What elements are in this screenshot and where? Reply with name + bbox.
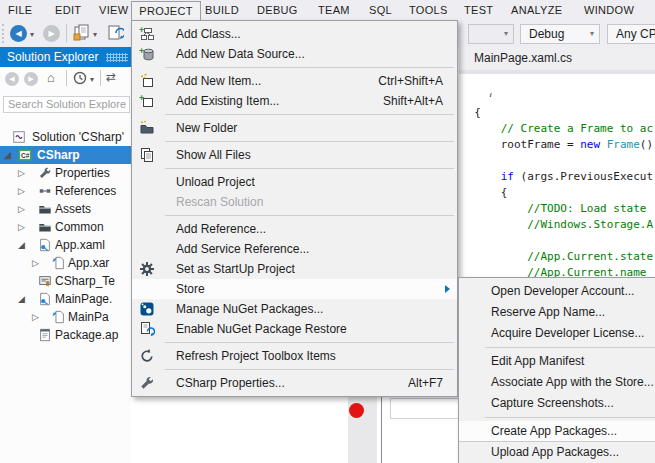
menu-item-label: CSharp Properties... xyxy=(176,373,285,393)
expand-arrow-icon[interactable]: ▷ xyxy=(32,308,39,326)
svg-text:C#: C# xyxy=(21,152,30,159)
menu-item-create-app-packages[interactable]: Create App Packages... xyxy=(459,421,655,442)
menubar-item-test[interactable]: TEST xyxy=(458,0,499,20)
search-solution-explorer-input[interactable] xyxy=(3,96,130,113)
menu-item-refresh-project-toolbox-items[interactable]: Refresh Project Toolbox Items xyxy=(132,346,457,366)
toolbar-divider xyxy=(66,24,67,42)
menu-item-label: Open Developer Account... xyxy=(491,281,634,302)
menu-item-label: Edit App Manifest xyxy=(491,351,584,372)
new-project-button[interactable] xyxy=(73,24,90,46)
menubar-item-sql[interactable]: SQL xyxy=(363,0,398,20)
open-file-icon xyxy=(106,24,124,42)
code-file-icon xyxy=(52,256,66,270)
menu-item-edit-app-manifest[interactable]: Edit App Manifest xyxy=(459,351,655,372)
menu-item-csharp-properties[interactable]: CSharp Properties...Alt+F7 xyxy=(132,373,457,393)
breakpoint-indicator[interactable] xyxy=(349,403,364,418)
menubar-item-analyze[interactable]: ANALYZE xyxy=(505,0,568,20)
submenu-arrow-icon xyxy=(445,285,450,293)
menu-item-capture-screenshots[interactable]: Capture Screenshots... xyxy=(459,393,655,414)
tab-mainpage-xaml-cs[interactable]: MainPage.xaml.cs xyxy=(462,47,584,70)
project-menu-dropdown: +Add Class...+Add New Data Source...Add … xyxy=(131,20,458,397)
open-file-button[interactable] xyxy=(106,24,124,46)
menu-item-reserve-app-name[interactable]: Reserve App Name... xyxy=(459,302,655,323)
tree-item-mainpa[interactable]: ▷MainPa xyxy=(0,308,131,326)
toolbar-grip-handle[interactable] xyxy=(2,24,7,43)
menu-item-label: Associate App with the Store... xyxy=(491,372,654,393)
menu-separator xyxy=(132,64,457,71)
menu-item-store[interactable]: Store xyxy=(132,279,457,299)
menu-item-add-service-reference[interactable]: Add Service Reference... xyxy=(132,239,457,259)
tree-item-app-xar[interactable]: ▷App.xar xyxy=(0,254,131,272)
nuget-icon xyxy=(139,301,155,317)
collapse-arrow-icon[interactable]: ◢ xyxy=(18,290,25,308)
menubar-item-tools[interactable]: TOOLS xyxy=(403,0,454,20)
expand-arrow-icon[interactable]: ▷ xyxy=(32,254,39,272)
menu-item-upload-app-packages[interactable]: Upload App Packages... xyxy=(459,442,655,463)
navigate-backward-dropdown-icon[interactable]: ▾ xyxy=(30,30,34,39)
tree-item-properties[interactable]: ▷Properties xyxy=(0,164,131,182)
tree-item-references[interactable]: ▷References xyxy=(0,182,131,200)
navigate-backward-button[interactable]: ◀ xyxy=(10,25,27,42)
filter-dropdown-icon[interactable]: ▾ xyxy=(90,75,94,84)
expand-arrow-icon[interactable]: ▷ xyxy=(18,182,25,200)
menu-item-show-all-files[interactable]: Show All Files xyxy=(132,145,457,165)
startup-project-combo[interactable]: ▾ xyxy=(468,24,514,44)
menu-item-manage-nuget-packages[interactable]: Manage NuGet Packages... xyxy=(132,299,457,319)
sync-with-active-document-icon[interactable]: ⇄ xyxy=(106,70,116,84)
menubar-item-project[interactable]: PROJECT xyxy=(131,1,201,22)
menubar-item-edit[interactable]: EDIT xyxy=(49,0,87,20)
menu-item-add-new-data-source[interactable]: +Add New Data Source... xyxy=(132,44,457,64)
menu-item-label: Unload Project xyxy=(176,172,255,192)
panel-title: Solution Explorer xyxy=(7,47,98,67)
expand-arrow-icon[interactable]: ▷ xyxy=(18,200,25,218)
menu-item-unload-project[interactable]: Unload Project xyxy=(132,172,457,192)
menu-item-shortcut: Shift+Alt+A xyxy=(383,91,443,111)
tree-item-solution-csharp[interactable]: Solution 'CSharp' xyxy=(0,128,131,146)
tree-item-package-ap[interactable]: Package.ap xyxy=(0,326,131,344)
pending-changes-filter-icon[interactable] xyxy=(73,71,87,89)
tree-item-assets[interactable]: ▷Assets xyxy=(0,200,131,218)
menu-item-acquire-developer-license[interactable]: Acquire Developer License... xyxy=(459,323,655,344)
menu-item-new-folder[interactable]: New Folder xyxy=(132,118,457,138)
tree-item-csharp-te[interactable]: CSharp_Te xyxy=(0,272,131,290)
tree-item-app-xaml[interactable]: ◢App.xaml xyxy=(0,236,131,254)
menubar-item-build[interactable]: BUILD xyxy=(199,0,245,20)
collapse-arrow-icon[interactable]: ◢ xyxy=(18,236,25,254)
menu-item-enable-nuget-package-restore[interactable]: Enable NuGet Package Restore xyxy=(132,319,457,339)
menu-item-add-reference[interactable]: Add Reference... xyxy=(132,219,457,239)
expand-arrow-icon[interactable]: ▷ xyxy=(18,218,25,236)
back-button[interactable]: ◀ xyxy=(5,72,19,86)
menu-item-associate-app-with-the-store[interactable]: Associate App with the Store... xyxy=(459,372,655,393)
solution-explorer-title-bar[interactable]: Solution Explorer xyxy=(0,47,131,67)
home-icon[interactable]: ⌂ xyxy=(47,70,55,85)
menu-item-add-class[interactable]: +Add Class... xyxy=(132,24,457,44)
menu-item-rescan-solution: Rescan Solution xyxy=(132,192,457,212)
tree-item-csharp[interactable]: ◢C#CSharp xyxy=(0,146,131,164)
configuration-combo[interactable]: Debug ▾ xyxy=(520,24,600,44)
new-project-dropdown-icon[interactable]: ▾ xyxy=(93,30,97,39)
expand-arrow-icon[interactable]: ▷ xyxy=(18,164,25,182)
menubar-item-window[interactable]: WINDOW xyxy=(578,0,640,20)
menubar-item-file[interactable]: FILE xyxy=(2,0,38,20)
menu-item-add-new-item[interactable]: Add New Item...Ctrl+Shift+A xyxy=(132,71,457,91)
svg-text:+: + xyxy=(139,26,144,35)
tree-item-common[interactable]: ▷Common xyxy=(0,218,131,236)
platform-combo[interactable]: Any CPU xyxy=(607,24,655,44)
menu-item-add-existing-item[interactable]: +Add Existing Item...Shift+Alt+A xyxy=(132,91,457,111)
code-segment: if xyxy=(501,170,514,183)
menu-item-shortcut: Ctrl+Shift+A xyxy=(378,71,443,91)
code-line: (________________________) xyxy=(461,89,655,105)
wrench-icon xyxy=(139,375,155,391)
menu-item-set-as-startup-project[interactable]: Set as StartUp Project xyxy=(132,259,457,279)
menubar-item-debug[interactable]: DEBUG xyxy=(251,0,304,20)
code-editor-text[interactable]: (________________________) { // Create a… xyxy=(461,89,655,281)
tree-item-mainpage[interactable]: ◢MainPage. xyxy=(0,290,131,308)
menu-item-open-developer-account[interactable]: Open Developer Account... xyxy=(459,281,655,302)
code-segment: // Create a Frame to ac xyxy=(501,122,653,135)
add-data-source-icon: + xyxy=(139,46,155,62)
collapse-arrow-icon[interactable]: ◢ xyxy=(4,146,11,164)
menubar-item-team[interactable]: TEAM xyxy=(312,0,356,20)
menu-item-label: Set as StartUp Project xyxy=(176,259,295,279)
forward-button[interactable]: ▶ xyxy=(24,72,38,86)
menubar-item-view[interactable]: VIEW xyxy=(93,0,134,20)
